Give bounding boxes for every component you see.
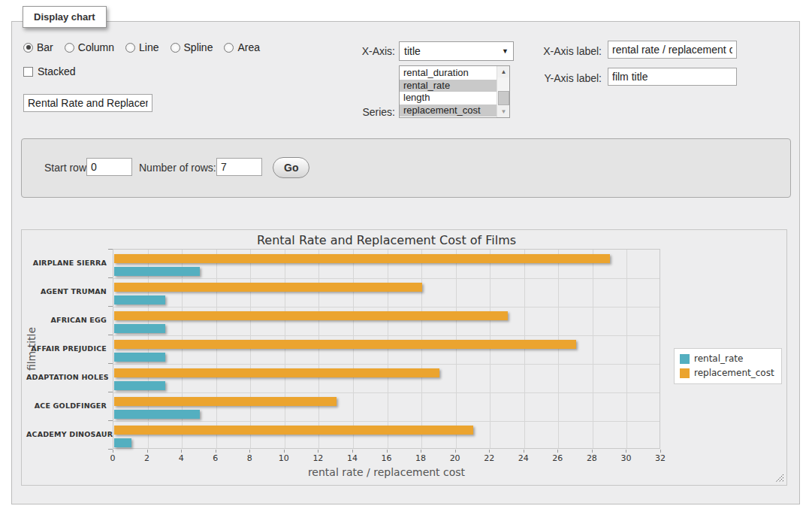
bar-replacement_cost bbox=[114, 340, 576, 349]
series-option-rental_rate[interactable]: rental_rate bbox=[400, 80, 497, 92]
start-row-label: Start row: bbox=[44, 162, 89, 174]
gridline-v bbox=[285, 250, 285, 448]
chart-type-column[interactable]: Column bbox=[65, 41, 114, 53]
x-tick-label: 0 bbox=[98, 453, 128, 463]
radio-icon[interactable] bbox=[23, 43, 33, 53]
bar-replacement_cost bbox=[114, 426, 473, 435]
xaxis-select-value: title bbox=[404, 45, 421, 57]
bar-rental_rate bbox=[114, 438, 131, 447]
x-tick-label: 20 bbox=[440, 453, 470, 463]
bar-replacement_cost bbox=[114, 254, 610, 263]
x-tick-label: 18 bbox=[406, 453, 436, 463]
x-tick bbox=[147, 450, 148, 453]
num-rows-input[interactable] bbox=[216, 158, 262, 176]
x-tick bbox=[421, 450, 421, 453]
y-tick bbox=[108, 249, 113, 250]
x-tick-label: 22 bbox=[474, 453, 504, 463]
stacked-option: Stacked bbox=[23, 65, 76, 77]
category-label: ACADEMY DINOSAUR bbox=[26, 430, 107, 438]
chart-legend: rental_ratereplacement_cost bbox=[674, 348, 782, 384]
x-tick bbox=[489, 450, 490, 453]
display-chart-panel: Display chart BarColumnLineSplineArea St… bbox=[11, 21, 800, 504]
chart-type-label: Bar bbox=[37, 41, 53, 53]
gridline-v bbox=[421, 250, 422, 448]
x-tick bbox=[455, 450, 456, 453]
gridline-v bbox=[558, 250, 559, 448]
y-tick bbox=[108, 420, 113, 421]
listbox-scrollbar[interactable]: ▲ ▼ bbox=[497, 66, 509, 117]
category-label: AIRPLANE SIERRA bbox=[26, 259, 107, 267]
scrollbar-thumb[interactable] bbox=[498, 91, 509, 105]
bar-replacement_cost bbox=[114, 283, 422, 292]
x-tick-label: 24 bbox=[509, 453, 539, 463]
chart-type-spline[interactable]: Spline bbox=[171, 41, 213, 53]
go-button[interactable]: Go bbox=[273, 157, 309, 178]
gridline-v bbox=[593, 250, 593, 448]
x-tick bbox=[524, 450, 524, 453]
x-tick bbox=[387, 450, 388, 453]
chart-title: Rental Rate and Replacement Cost of Film… bbox=[113, 233, 660, 247]
gridline-h bbox=[113, 278, 660, 279]
radio-icon[interactable] bbox=[65, 43, 74, 53]
scroll-down-icon[interactable]: ▼ bbox=[497, 106, 510, 117]
y-tick bbox=[108, 306, 113, 307]
bar-rental_rate bbox=[114, 324, 165, 333]
x-tick bbox=[181, 450, 182, 453]
y-tick bbox=[108, 392, 113, 392]
gridline-v bbox=[250, 250, 251, 448]
x-tick-label: 16 bbox=[372, 453, 402, 463]
bar-rental_rate bbox=[114, 410, 200, 419]
stacked-checkbox[interactable] bbox=[23, 67, 33, 77]
gridline-v bbox=[490, 250, 491, 448]
x-tick bbox=[557, 450, 558, 453]
row-range-panel: Start row: Number of rows: Go bbox=[21, 138, 791, 198]
legend-swatch-icon bbox=[680, 368, 690, 378]
start-row-input[interactable] bbox=[86, 158, 132, 176]
stacked-label: Stacked bbox=[38, 65, 76, 77]
chevron-down-icon: ▼ bbox=[502, 47, 509, 55]
x-tick bbox=[660, 450, 661, 453]
gridline-v bbox=[524, 250, 525, 448]
x-tick-label: 8 bbox=[234, 453, 264, 463]
series-option-replacement_cost[interactable]: replacement_cost bbox=[400, 105, 497, 117]
series-list-label: Series: bbox=[312, 106, 395, 118]
gridline-h bbox=[113, 335, 660, 336]
scroll-up-icon[interactable]: ▲ bbox=[497, 66, 510, 77]
legend-label: rental_rate bbox=[694, 353, 743, 364]
legend-item-replacement_cost[interactable]: replacement_cost bbox=[680, 368, 774, 378]
legend-item-rental_rate[interactable]: rental_rate bbox=[680, 353, 774, 364]
xaxis-label-caption: X-Axis label: bbox=[519, 45, 602, 57]
x-tick-label: 30 bbox=[611, 453, 641, 463]
x-tick-label: 4 bbox=[166, 453, 196, 463]
radio-icon[interactable] bbox=[125, 43, 135, 53]
series-listbox[interactable]: rental_durationrental_ratelengthreplacem… bbox=[399, 65, 510, 118]
gridline-h bbox=[113, 421, 660, 422]
bar-replacement_cost bbox=[114, 311, 508, 320]
radio-icon[interactable] bbox=[171, 43, 180, 53]
chart-type-line[interactable]: Line bbox=[125, 41, 158, 53]
chart-title-input[interactable] bbox=[23, 94, 152, 112]
yaxis-label-input[interactable] bbox=[608, 68, 737, 86]
chart-type-bar[interactable]: Bar bbox=[23, 41, 53, 53]
series-option-length[interactable]: length bbox=[400, 92, 497, 105]
y-tick bbox=[108, 277, 113, 278]
gridline-v bbox=[353, 250, 354, 448]
xaxis-title: rental rate / replacement cost bbox=[113, 466, 660, 478]
chart-type-label: Line bbox=[139, 41, 158, 53]
chart-type-area[interactable]: Area bbox=[224, 41, 260, 53]
bar-rental_rate bbox=[114, 353, 165, 362]
series-option-rental_duration[interactable]: rental_duration bbox=[400, 67, 497, 80]
bar-rental_rate bbox=[114, 295, 165, 304]
yaxis-label-caption: Y-Axis label: bbox=[519, 72, 602, 84]
x-tick bbox=[216, 450, 216, 453]
legend-label: replacement_cost bbox=[694, 368, 774, 378]
chart-container: Rental Rate and Replacement Cost of Film… bbox=[21, 229, 787, 486]
radio-icon[interactable] bbox=[224, 43, 234, 53]
xaxis-select[interactable]: title ▼ bbox=[399, 41, 514, 61]
bar-replacement_cost bbox=[114, 368, 439, 377]
xaxis-label-input[interactable] bbox=[608, 41, 737, 59]
bar-rental_rate bbox=[114, 381, 165, 390]
gridline-v bbox=[216, 250, 217, 448]
category-label: AFRICAN EGG bbox=[26, 316, 107, 324]
resize-handle-icon[interactable] bbox=[775, 474, 784, 483]
